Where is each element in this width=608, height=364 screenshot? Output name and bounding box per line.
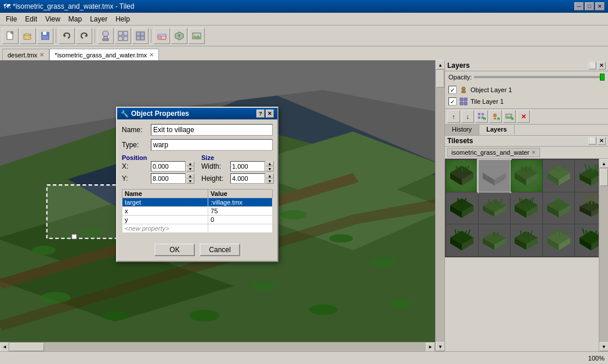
property-row-new[interactable]: <new property> [122, 224, 273, 233]
property-row-x[interactable]: x 75 [122, 207, 273, 216]
layer-item-object1[interactable]: ✓ Object Layer 1 [446, 84, 607, 96]
tileset-vertical-scrollbar[interactable]: ▲ ▼ [599, 159, 608, 351]
height-spinbox[interactable]: ▲ ▼ [266, 173, 274, 184]
tile-objects-button[interactable]: T [171, 28, 187, 44]
tileset-scroll-thumb[interactable] [600, 169, 608, 186]
random-mode-button[interactable] [115, 28, 131, 44]
y-up-arrow[interactable]: ▲ [186, 173, 194, 179]
menu-map[interactable]: Map [65, 14, 85, 24]
layers-panel-header-buttons[interactable]: ⬜ ✕ [588, 61, 606, 70]
tile-6[interactable] [446, 192, 478, 224]
height-input[interactable] [230, 173, 265, 184]
prop-value-target[interactable]: :village.tmx [208, 198, 273, 207]
prop-name-x[interactable]: x [122, 207, 208, 216]
dialog-close-button[interactable]: ✕ [266, 110, 274, 118]
new-property-label[interactable]: <new property> [122, 224, 208, 233]
x-spinbox[interactable]: ▲ ▼ [186, 161, 194, 172]
layer-check-object1[interactable]: ✓ [448, 86, 457, 94]
y-input[interactable] [151, 173, 186, 184]
delete-layer-button[interactable]: ✕ [517, 110, 530, 123]
undo-button[interactable] [59, 28, 75, 44]
tileset-scroll-track[interactable] [599, 168, 608, 342]
menu-file[interactable]: File [2, 14, 20, 24]
move-up-button[interactable]: ↑ [447, 110, 460, 123]
property-row-target[interactable]: target :village.tmx [122, 198, 273, 207]
dialog-help-button[interactable]: ? [256, 110, 265, 118]
tilesets-close-button[interactable]: ✕ [598, 137, 606, 145]
prop-value-y[interactable]: 0 [208, 216, 273, 224]
tab-history[interactable]: History [445, 125, 479, 135]
tab-desert-close[interactable]: ✕ [39, 52, 44, 58]
type-input[interactable] [151, 139, 273, 151]
title-bar-controls[interactable]: ─ □ ✕ [574, 2, 605, 10]
x-input[interactable] [151, 161, 186, 172]
move-down-button[interactable]: ↓ [461, 110, 474, 123]
tile-1[interactable] [446, 160, 478, 192]
layers-panel-close-button[interactable]: ✕ [598, 61, 606, 70]
layers-panel-float-button[interactable]: ⬜ [588, 61, 596, 70]
cancel-button[interactable]: Cancel [200, 243, 240, 256]
width-down-arrow[interactable]: ▼ [266, 166, 274, 172]
width-spinbox[interactable]: ▲ ▼ [266, 161, 274, 172]
wangmode-button[interactable] [132, 28, 149, 44]
stamp-brush-button[interactable] [97, 28, 114, 44]
tile-11[interactable] [446, 224, 478, 256]
x-up-arrow[interactable]: ▲ [186, 161, 194, 166]
menu-view[interactable]: View [42, 14, 64, 24]
add-image-layer-button[interactable]: + [503, 110, 516, 123]
tab-desert[interactable]: desert.tmx ✕ [2, 49, 49, 60]
tile-13[interactable] [511, 224, 542, 256]
tilesets-float-button[interactable]: ⬜ [588, 137, 596, 145]
maximize-button[interactable]: □ [585, 2, 594, 10]
redo-button[interactable] [76, 28, 92, 44]
layer-check-tile1[interactable]: ✓ [448, 97, 457, 105]
ok-button[interactable]: OK [154, 243, 195, 256]
opacity-knob[interactable] [600, 74, 605, 81]
tile-9[interactable] [543, 192, 575, 224]
open-button[interactable] [20, 28, 36, 44]
close-button[interactable]: ✕ [595, 2, 605, 10]
tab-isometric-close[interactable]: ✕ [149, 52, 154, 58]
name-input[interactable] [151, 124, 273, 136]
tab-layers[interactable]: Layers [479, 125, 514, 135]
x-down-arrow[interactable]: ▼ [186, 166, 194, 172]
tileset-scroll-down[interactable]: ▼ [599, 342, 608, 351]
image-layer-button[interactable] [189, 28, 205, 44]
canvas-area[interactable]: ◄ ► ▲ ▼ 🔧 Object Properties [0, 60, 444, 351]
tileset-grid[interactable] [445, 159, 608, 257]
tile-7[interactable] [479, 192, 511, 224]
width-up-arrow[interactable]: ▲ [266, 161, 274, 166]
height-down-arrow[interactable]: ▼ [266, 179, 274, 184]
tab-isometric[interactable]: *isometric_grass_and_water.tmx ✕ [49, 49, 159, 60]
menu-edit[interactable]: Edit [21, 14, 41, 24]
width-input[interactable] [230, 161, 265, 172]
prop-name-target[interactable]: target [122, 198, 208, 207]
y-spinbox[interactable]: ▲ ▼ [186, 173, 194, 184]
add-object-layer-button[interactable]: + [489, 110, 502, 123]
dialog-title-buttons[interactable]: ? ✕ [256, 110, 274, 118]
new-property-value[interactable] [208, 224, 273, 233]
tileset-scroll-up[interactable]: ▲ [599, 159, 608, 168]
tile-8[interactable] [511, 192, 542, 224]
tile-4[interactable] [543, 160, 575, 192]
prop-value-x[interactable]: 75 [208, 207, 273, 216]
tile-14[interactable] [543, 224, 575, 256]
height-up-arrow[interactable]: ▲ [266, 173, 274, 179]
prop-name-y[interactable]: y [122, 216, 208, 224]
tilesets-header-buttons[interactable]: ⬜ ✕ [588, 137, 606, 145]
tileset-tab-close[interactable]: ✕ [531, 150, 536, 155]
minimize-button[interactable]: ─ [574, 2, 584, 10]
menu-layer[interactable]: Layer [86, 14, 111, 24]
property-row-y[interactable]: y 0 [122, 216, 273, 224]
opacity-slider[interactable] [474, 76, 605, 78]
new-button[interactable] [2, 28, 19, 44]
tile-12[interactable] [479, 224, 511, 256]
tile-2[interactable] [479, 160, 511, 192]
add-tile-layer-button[interactable]: + [475, 110, 488, 123]
properties-table[interactable]: Name Value target :village.tmx x 7 [122, 189, 273, 233]
y-down-arrow[interactable]: ▼ [186, 179, 194, 184]
menu-help[interactable]: Help [112, 14, 133, 24]
eraser-button[interactable] [154, 28, 170, 44]
layer-item-tile1[interactable]: ✓ Tile Layer 1 [446, 96, 607, 107]
tileset-tab-isometric[interactable]: isometric_grass_and_water ✕ [447, 148, 540, 157]
